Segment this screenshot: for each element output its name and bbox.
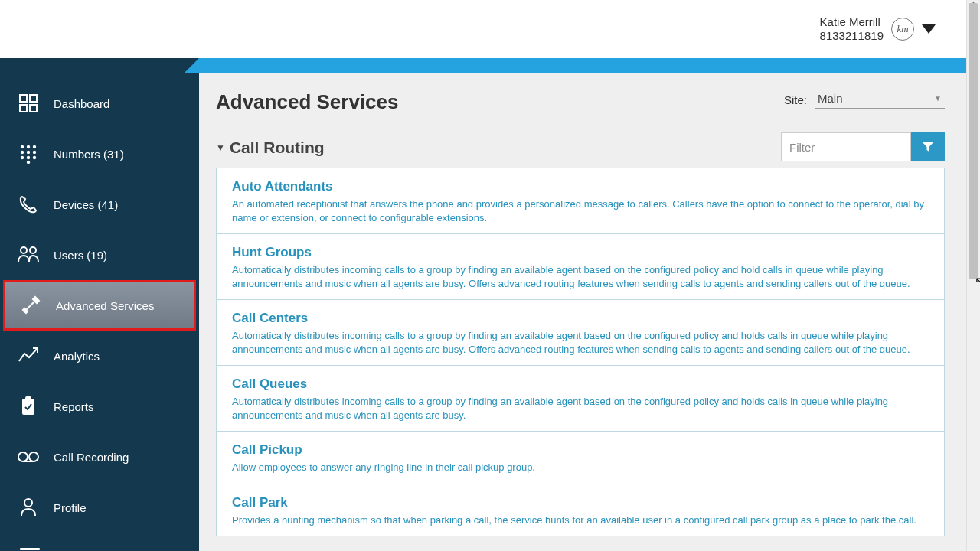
service-call-park[interactable]: Call Park Provides a hunting mechanism s…: [217, 484, 944, 536]
svg-point-19: [29, 452, 38, 461]
sidebar-item-label: Users (19): [54, 249, 107, 262]
chevron-down-icon: ▼: [934, 94, 942, 103]
filter-button[interactable]: [911, 132, 945, 161]
service-auto-attendants[interactable]: Auto Attendants An automated receptionis…: [217, 168, 944, 234]
site-select[interactable]: Main ▼: [815, 90, 945, 109]
svg-point-9: [33, 151, 36, 154]
svg-point-7: [21, 151, 24, 154]
svg-point-18: [18, 452, 28, 461]
svg-rect-0: [20, 95, 27, 102]
service-call-queues[interactable]: Call Queues Automatically distributes in…: [217, 366, 944, 432]
sidebar: Dashboard Numbers (31) Devices (41) User…: [0, 73, 199, 551]
menu-toggle-icon[interactable]: [0, 533, 60, 551]
sidebar-item-label: Advanced Services: [56, 299, 154, 312]
funnel-icon: [922, 141, 934, 153]
svg-point-14: [21, 247, 27, 253]
site-selector-row: Site: Main ▼: [784, 90, 945, 109]
service-desc: Allow employees to answer any ringing li…: [232, 461, 929, 474]
svg-point-15: [30, 247, 36, 253]
svg-point-6: [33, 145, 36, 148]
service-desc: Automatically distributes incoming calls…: [232, 329, 929, 356]
sidebar-item-reports[interactable]: Reports: [0, 381, 199, 432]
service-title: Auto Attendants: [232, 179, 929, 194]
user-block: Katie Merrill 8133211819: [820, 15, 884, 43]
service-desc: Automatically distributes incoming calls…: [232, 263, 929, 290]
service-title: Call Centers: [232, 311, 929, 326]
svg-point-5: [27, 145, 30, 148]
sidebar-item-call-recording[interactable]: Call Recording: [0, 432, 199, 482]
service-title: Hunt Groups: [232, 245, 929, 260]
profile-icon: [17, 496, 40, 519]
analytics-icon: [17, 344, 40, 367]
sidebar-item-devices[interactable]: Devices (41): [0, 179, 199, 230]
recording-icon: [17, 445, 40, 468]
tools-icon: [19, 294, 42, 317]
service-title: Call Park: [232, 495, 929, 510]
svg-point-11: [27, 156, 30, 159]
sidebar-item-users[interactable]: Users (19): [0, 230, 199, 280]
filter-input[interactable]: [781, 132, 911, 161]
sidebar-item-profile[interactable]: Profile: [0, 482, 199, 533]
caret-down-icon: ▼: [216, 142, 225, 153]
sidebar-item-numbers[interactable]: Numbers (31): [0, 129, 199, 179]
site-selected-value: Main: [818, 92, 843, 105]
sidebar-item-label: Devices (41): [54, 198, 118, 211]
svg-rect-17: [25, 396, 31, 401]
svg-point-10: [21, 156, 24, 159]
service-desc: Automatically distributes incoming calls…: [232, 395, 929, 422]
main-content: Advanced Services Site: Main ▼ ▼ Call Ro…: [199, 73, 966, 551]
sidebar-item-dashboard[interactable]: Dashboard: [0, 78, 199, 129]
svg-point-4: [21, 145, 24, 148]
service-call-centers[interactable]: Call Centers Automatically distributes i…: [217, 300, 944, 366]
svg-rect-16: [22, 399, 34, 415]
section-title-label: Call Routing: [230, 139, 325, 157]
user-menu-caret-icon[interactable]: [922, 24, 936, 34]
user-phone: 8133211819: [820, 29, 884, 43]
service-title: Call Pickup: [232, 442, 929, 458]
clipboard-icon: [17, 395, 40, 418]
svg-point-8: [27, 151, 30, 154]
svg-point-21: [24, 499, 32, 507]
sidebar-item-analytics[interactable]: Analytics: [0, 331, 199, 381]
user-name: Katie Merrill: [820, 15, 884, 29]
svg-point-12: [33, 156, 36, 159]
sidebar-item-label: Dashboard: [54, 97, 109, 110]
avatar[interactable]: km: [891, 18, 914, 41]
accent-strip: [0, 58, 966, 73]
users-icon: [17, 243, 40, 266]
svg-rect-1: [30, 95, 37, 102]
top-bar: Katie Merrill 8133211819 km: [0, 0, 966, 58]
sidebar-item-label: Call Recording: [54, 451, 129, 464]
service-list: Auto Attendants An automated receptionis…: [216, 168, 945, 536]
scrollbar[interactable]: ▲: [966, 0, 980, 551]
service-hunt-groups[interactable]: Hunt Groups Automatically distributes in…: [217, 234, 944, 300]
site-label: Site:: [784, 93, 807, 106]
sidebar-item-label: Numbers (31): [54, 148, 124, 161]
phone-icon: [17, 193, 40, 216]
svg-point-13: [27, 161, 30, 164]
sidebar-item-label: Profile: [54, 501, 87, 514]
dialpad-icon: [17, 142, 40, 165]
service-desc: An automated receptionist that answers t…: [232, 197, 929, 224]
page-title: Advanced Services: [216, 90, 398, 114]
service-desc: Provides a hunting mechanism so that whe…: [232, 514, 929, 527]
scrollbar-thumb[interactable]: [969, 3, 978, 279]
svg-rect-3: [30, 105, 37, 112]
grid-icon: [17, 92, 40, 115]
sidebar-item-label: Analytics: [54, 350, 100, 363]
service-call-pickup[interactable]: Call Pickup Allow employees to answer an…: [217, 432, 944, 484]
svg-rect-2: [20, 105, 27, 112]
service-title: Call Queues: [232, 377, 929, 392]
sidebar-item-label: Reports: [54, 400, 94, 413]
sidebar-item-advanced-services[interactable]: Advanced Services: [3, 280, 196, 331]
